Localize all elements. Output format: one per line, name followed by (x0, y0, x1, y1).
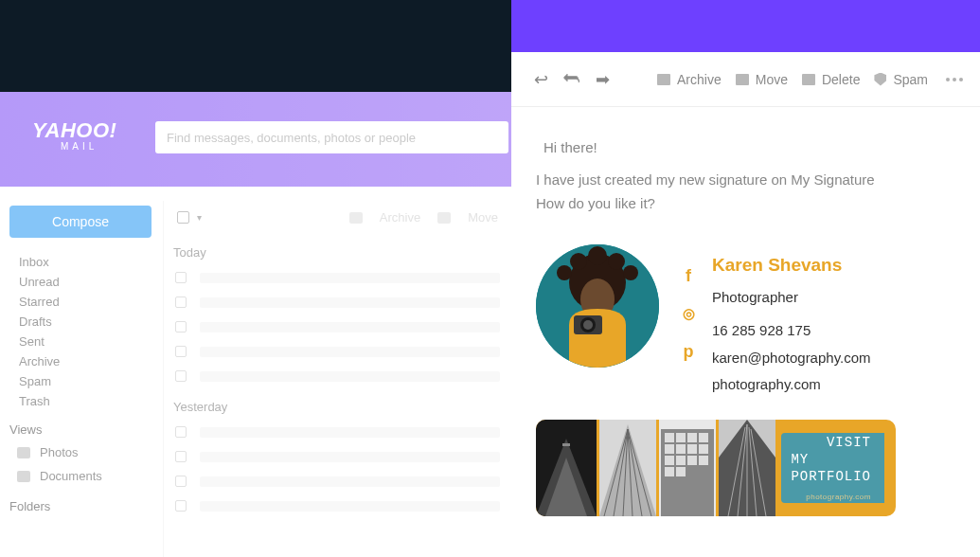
reading-pane: ↩ ⮪ ➡ Archive Move Delete Spam Hi there!… (511, 52, 980, 557)
list-item[interactable] (164, 339, 511, 364)
trash-icon (802, 74, 815, 85)
folder-starred[interactable]: Starred (9, 292, 151, 312)
pinterest-icon[interactable]: p (680, 337, 697, 367)
photos-icon (17, 447, 30, 458)
row-checkbox[interactable] (175, 370, 187, 382)
row-checkbox[interactable] (175, 451, 187, 462)
cta-footer: photography.com (806, 491, 871, 504)
message-line2: How do you like it? (536, 191, 955, 216)
move-icon (437, 212, 451, 224)
row-checkbox[interactable] (175, 321, 187, 332)
svg-rect-35 (676, 467, 686, 476)
message-toolbar: ↩ ⮪ ➡ Archive Move Delete Spam (511, 52, 980, 107)
row-checkbox[interactable] (175, 272, 187, 283)
banner-cta[interactable]: VISIT MY PORTFOLIO photography.com (781, 433, 884, 503)
svg-rect-34 (665, 467, 674, 476)
view-documents[interactable]: Documents (9, 464, 151, 488)
row-checkbox[interactable] (175, 476, 187, 487)
archive-icon (657, 74, 670, 85)
msg-placeholder (200, 427, 500, 438)
signature-title: Photographer (712, 285, 871, 310)
app-topbar-dark (0, 0, 511, 92)
row-checkbox[interactable] (175, 426, 187, 438)
row-checkbox[interactable] (175, 500, 187, 512)
list-item[interactable] (164, 444, 511, 469)
portfolio-banner[interactable]: VISIT MY PORTFOLIO photography.com (536, 420, 896, 516)
shield-icon (874, 73, 886, 86)
svg-rect-33 (699, 456, 708, 465)
list-item[interactable] (164, 420, 511, 444)
list-item[interactable] (164, 265, 511, 290)
facebook-icon[interactable]: f (680, 261, 697, 291)
svg-point-8 (570, 253, 587, 270)
folder-move-icon (736, 74, 749, 85)
brand-name: YAHOO! (32, 118, 116, 143)
folder-drafts[interactable]: Drafts (9, 312, 151, 332)
nav-arrows: ↩ ⮪ ➡ (534, 69, 610, 90)
social-icons: f ◎ p (659, 244, 712, 367)
cta-line1: VISIT (827, 434, 871, 451)
folder-sent[interactable]: Sent (9, 332, 151, 351)
row-checkbox[interactable] (175, 296, 187, 308)
message-list: ▾ Archive Move Today Yesterday (163, 201, 511, 557)
move-button[interactable]: Move (736, 72, 788, 87)
svg-point-5 (583, 320, 593, 330)
delete-label: Delete (822, 72, 860, 87)
list-item[interactable] (164, 494, 511, 518)
list-item[interactable] (164, 314, 511, 339)
chevron-down-icon[interactable]: ▾ (197, 212, 202, 223)
folder-unread[interactable]: Unread (9, 272, 151, 292)
folder-list: Inbox Unread Starred Drafts Sent Archive… (9, 252, 151, 411)
signature-website: photography.com (712, 372, 871, 397)
search-bar[interactable] (155, 121, 508, 153)
svg-rect-29 (699, 444, 708, 454)
archive-icon (349, 212, 363, 224)
list-action-archive[interactable]: Archive (380, 210, 420, 225)
spam-label: Spam (893, 72, 928, 87)
message-line1: I have just created my new signature on … (536, 168, 955, 192)
folder-spam[interactable]: Spam (9, 371, 151, 391)
folder-trash[interactable]: Trash (9, 391, 151, 411)
svg-rect-12 (562, 443, 570, 446)
svg-point-9 (608, 253, 625, 270)
signature-phone: 16 285 928 175 (712, 318, 871, 343)
archive-button[interactable]: Archive (657, 72, 722, 87)
msg-placeholder (200, 452, 500, 462)
list-item[interactable] (164, 469, 511, 494)
folder-archive[interactable]: Archive (9, 351, 151, 371)
svg-point-6 (557, 265, 572, 280)
svg-point-10 (588, 246, 607, 265)
list-item[interactable] (164, 290, 511, 314)
reply-all-icon[interactable]: ⮪ (563, 69, 580, 90)
list-item[interactable] (164, 364, 511, 388)
list-header: ▾ Archive Move (164, 201, 511, 234)
spam-button[interactable]: Spam (874, 72, 928, 87)
reply-icon[interactable]: ↩ (534, 69, 548, 90)
search-input[interactable] (167, 131, 497, 145)
instagram-icon[interactable]: ◎ (680, 301, 697, 326)
delete-button[interactable]: Delete (802, 72, 860, 87)
group-today: Today (164, 234, 511, 265)
forward-icon[interactable]: ➡ (596, 69, 610, 90)
view-photos[interactable]: Photos (9, 440, 151, 464)
banner-image-1 (536, 420, 597, 516)
cta-line2: MY PORTFOLIO (791, 451, 871, 485)
list-action-move[interactable]: Move (468, 210, 498, 225)
message-body: Hi there! I have just created my new sig… (511, 107, 980, 516)
signature-name: Karen Shevans (712, 250, 871, 280)
brand-logo: YAHOO! MAIL (32, 118, 116, 152)
msg-placeholder (200, 371, 500, 382)
folder-inbox[interactable]: Inbox (9, 252, 151, 272)
avatar (536, 244, 659, 368)
message-greeting: Hi there! (543, 135, 955, 160)
more-menu-button[interactable] (946, 78, 963, 81)
folders-section-header: Folders (9, 488, 151, 517)
msg-placeholder (200, 501, 500, 512)
msg-placeholder (200, 476, 500, 487)
move-label: Move (756, 72, 788, 87)
avatar-image (536, 244, 659, 368)
svg-rect-27 (676, 444, 686, 454)
master-checkbox[interactable] (177, 211, 189, 224)
compose-button[interactable]: Compose (9, 206, 151, 238)
row-checkbox[interactable] (175, 346, 187, 357)
